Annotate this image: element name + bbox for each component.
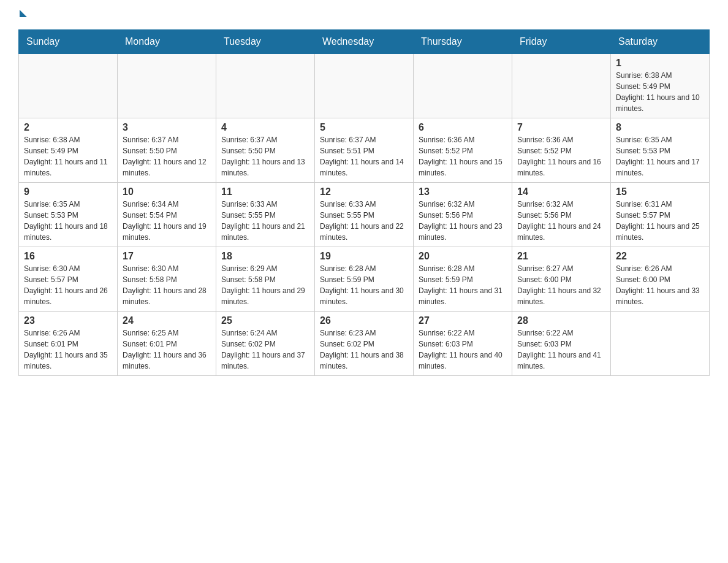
day-number: 8: [616, 122, 704, 133]
day-info: Sunrise: 6:28 AMSunset: 5:59 PMDaylight:…: [320, 263, 408, 307]
calendar-cell: 4Sunrise: 6:37 AMSunset: 5:50 PMDaylight…: [216, 118, 315, 183]
logo: [18, 12, 27, 17]
day-number: 6: [419, 122, 507, 133]
calendar-cell: [216, 54, 315, 118]
calendar-cell: 13Sunrise: 6:32 AMSunset: 5:56 PMDayligh…: [414, 183, 512, 247]
day-number: 11: [221, 186, 309, 197]
day-number: 7: [517, 122, 605, 133]
day-number: 13: [419, 186, 507, 197]
day-info: Sunrise: 6:37 AMSunset: 5:51 PMDaylight:…: [320, 134, 408, 178]
day-info: Sunrise: 6:38 AMSunset: 5:49 PMDaylight:…: [24, 134, 112, 178]
day-info: Sunrise: 6:29 AMSunset: 5:58 PMDaylight:…: [221, 263, 309, 307]
day-info: Sunrise: 6:37 AMSunset: 5:50 PMDaylight:…: [123, 134, 211, 178]
day-info: Sunrise: 6:25 AMSunset: 6:01 PMDaylight:…: [123, 327, 211, 372]
calendar-cell: 2Sunrise: 6:38 AMSunset: 5:49 PMDaylight…: [19, 118, 118, 183]
weekday-header-thursday: Thursday: [414, 30, 512, 54]
page-header: [18, 12, 710, 17]
calendar-cell: 24Sunrise: 6:25 AMSunset: 6:01 PMDayligh…: [118, 312, 216, 376]
calendar-cell: 18Sunrise: 6:29 AMSunset: 5:58 PMDayligh…: [216, 247, 315, 312]
calendar-cell: 11Sunrise: 6:33 AMSunset: 5:55 PMDayligh…: [216, 183, 315, 247]
calendar-cell: 16Sunrise: 6:30 AMSunset: 5:57 PMDayligh…: [19, 247, 118, 312]
calendar-cell: 1Sunrise: 6:38 AMSunset: 5:49 PMDaylight…: [611, 54, 710, 118]
calendar-cell: 3Sunrise: 6:37 AMSunset: 5:50 PMDaylight…: [118, 118, 216, 183]
calendar-cell: 7Sunrise: 6:36 AMSunset: 5:52 PMDaylight…: [512, 118, 611, 183]
day-info: Sunrise: 6:32 AMSunset: 5:56 PMDaylight:…: [517, 199, 605, 243]
calendar-cell: 27Sunrise: 6:22 AMSunset: 6:03 PMDayligh…: [414, 312, 512, 376]
day-info: Sunrise: 6:24 AMSunset: 6:02 PMDaylight:…: [221, 327, 309, 372]
day-number: 18: [221, 251, 309, 262]
calendar-week-row: 16Sunrise: 6:30 AMSunset: 5:57 PMDayligh…: [19, 247, 710, 312]
calendar-cell: 26Sunrise: 6:23 AMSunset: 6:02 PMDayligh…: [315, 312, 414, 376]
day-number: 2: [24, 122, 112, 133]
day-number: 5: [320, 122, 408, 133]
weekday-header-monday: Monday: [118, 30, 216, 54]
calendar-cell: 22Sunrise: 6:26 AMSunset: 6:00 PMDayligh…: [611, 247, 710, 312]
day-info: Sunrise: 6:22 AMSunset: 6:03 PMDaylight:…: [517, 327, 605, 372]
calendar-cell: 6Sunrise: 6:36 AMSunset: 5:52 PMDaylight…: [414, 118, 512, 183]
day-number: 26: [320, 315, 408, 326]
calendar-cell: 12Sunrise: 6:33 AMSunset: 5:55 PMDayligh…: [315, 183, 414, 247]
day-info: Sunrise: 6:30 AMSunset: 5:57 PMDaylight:…: [24, 263, 112, 307]
day-number: 12: [320, 186, 408, 197]
day-number: 15: [616, 186, 704, 197]
weekday-header-friday: Friday: [512, 30, 611, 54]
day-number: 3: [123, 122, 211, 133]
day-number: 25: [221, 315, 309, 326]
calendar-cell: 28Sunrise: 6:22 AMSunset: 6:03 PMDayligh…: [512, 312, 611, 376]
day-number: 22: [616, 251, 704, 262]
day-info: Sunrise: 6:38 AMSunset: 5:49 PMDaylight:…: [616, 70, 704, 114]
day-number: 4: [221, 122, 309, 133]
day-info: Sunrise: 6:26 AMSunset: 6:00 PMDaylight:…: [616, 263, 704, 307]
calendar-cell: 23Sunrise: 6:26 AMSunset: 6:01 PMDayligh…: [19, 312, 118, 376]
calendar-cell: 9Sunrise: 6:35 AMSunset: 5:53 PMDaylight…: [19, 183, 118, 247]
weekday-header-wednesday: Wednesday: [315, 30, 414, 54]
day-number: 16: [24, 251, 112, 262]
day-info: Sunrise: 6:32 AMSunset: 5:56 PMDaylight:…: [419, 199, 507, 243]
weekday-header-tuesday: Tuesday: [216, 30, 315, 54]
day-number: 20: [419, 251, 507, 262]
calendar-week-row: 23Sunrise: 6:26 AMSunset: 6:01 PMDayligh…: [19, 312, 710, 376]
day-info: Sunrise: 6:30 AMSunset: 5:58 PMDaylight:…: [123, 263, 211, 307]
calendar-cell: 14Sunrise: 6:32 AMSunset: 5:56 PMDayligh…: [512, 183, 611, 247]
logo-arrow-icon: [20, 10, 27, 17]
day-number: 21: [517, 251, 605, 262]
day-number: 9: [24, 186, 112, 197]
calendar-cell: 10Sunrise: 6:34 AMSunset: 5:54 PMDayligh…: [118, 183, 216, 247]
day-info: Sunrise: 6:33 AMSunset: 5:55 PMDaylight:…: [320, 199, 408, 243]
day-info: Sunrise: 6:23 AMSunset: 6:02 PMDaylight:…: [320, 327, 408, 372]
day-number: 19: [320, 251, 408, 262]
day-number: 10: [123, 186, 211, 197]
day-info: Sunrise: 6:36 AMSunset: 5:52 PMDaylight:…: [517, 134, 605, 178]
day-number: 24: [123, 315, 211, 326]
day-info: Sunrise: 6:36 AMSunset: 5:52 PMDaylight:…: [419, 134, 507, 178]
day-info: Sunrise: 6:33 AMSunset: 5:55 PMDaylight:…: [221, 199, 309, 243]
day-info: Sunrise: 6:37 AMSunset: 5:50 PMDaylight:…: [221, 134, 309, 178]
day-number: 1: [616, 58, 704, 69]
calendar-cell: 15Sunrise: 6:31 AMSunset: 5:57 PMDayligh…: [611, 183, 710, 247]
calendar-cell: [414, 54, 512, 118]
day-number: 17: [123, 251, 211, 262]
calendar-cell: [315, 54, 414, 118]
day-info: Sunrise: 6:31 AMSunset: 5:57 PMDaylight:…: [616, 199, 704, 243]
day-number: 23: [24, 315, 112, 326]
calendar-week-row: 9Sunrise: 6:35 AMSunset: 5:53 PMDaylight…: [19, 183, 710, 247]
calendar-cell: 21Sunrise: 6:27 AMSunset: 6:00 PMDayligh…: [512, 247, 611, 312]
day-number: 14: [517, 186, 605, 197]
weekday-header-sunday: Sunday: [19, 30, 118, 54]
calendar-cell: 25Sunrise: 6:24 AMSunset: 6:02 PMDayligh…: [216, 312, 315, 376]
day-number: 27: [419, 315, 507, 326]
calendar-cell: [512, 54, 611, 118]
day-info: Sunrise: 6:26 AMSunset: 6:01 PMDaylight:…: [24, 327, 112, 372]
calendar-week-row: 1Sunrise: 6:38 AMSunset: 5:49 PMDaylight…: [19, 54, 710, 118]
day-info: Sunrise: 6:28 AMSunset: 5:59 PMDaylight:…: [419, 263, 507, 307]
day-number: 28: [517, 315, 605, 326]
calendar-cell: [611, 312, 710, 376]
calendar-cell: 8Sunrise: 6:35 AMSunset: 5:53 PMDaylight…: [611, 118, 710, 183]
calendar-cell: 5Sunrise: 6:37 AMSunset: 5:51 PMDaylight…: [315, 118, 414, 183]
day-info: Sunrise: 6:27 AMSunset: 6:00 PMDaylight:…: [517, 263, 605, 307]
calendar-week-row: 2Sunrise: 6:38 AMSunset: 5:49 PMDaylight…: [19, 118, 710, 183]
day-info: Sunrise: 6:35 AMSunset: 5:53 PMDaylight:…: [24, 199, 112, 243]
day-info: Sunrise: 6:35 AMSunset: 5:53 PMDaylight:…: [616, 134, 704, 178]
weekday-header-saturday: Saturday: [611, 30, 710, 54]
calendar-header-row: SundayMondayTuesdayWednesdayThursdayFrid…: [19, 30, 710, 54]
